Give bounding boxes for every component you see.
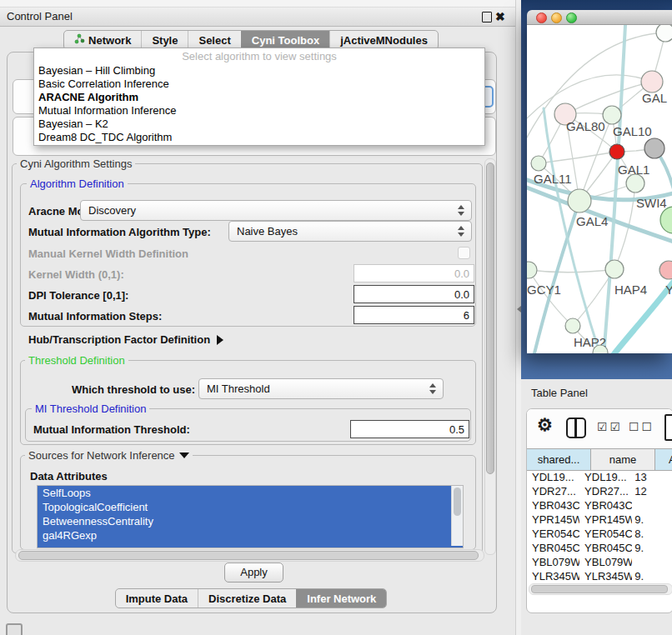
- table-cell: 9.: [632, 541, 672, 555]
- table-header-row: shared...nameA: [527, 448, 672, 471]
- table-row[interactable]: YBR045CYBR045C9.: [527, 541, 672, 555]
- sources-title: Sources for Network Inference: [28, 449, 175, 462]
- tab-label: jActiveMNodules: [340, 34, 428, 47]
- control-panel-title: Control Panel: [7, 10, 73, 22]
- minimized-panel-icon[interactable]: [6, 623, 23, 635]
- algorithm-option-bayesian-k2[interactable]: Bayesian – K2: [34, 118, 484, 131]
- table-row[interactable]: YDR27...YDR27...12: [527, 484, 672, 498]
- mi-threshold-field[interactable]: [350, 420, 469, 438]
- dpi-tolerance-field[interactable]: [354, 285, 474, 303]
- algorithm-option-basic-correlation-inference[interactable]: Basic Correlation Inference: [34, 78, 484, 91]
- gear-icon[interactable]: ⚙: [537, 415, 553, 435]
- table-row[interactable]: YBR043CYBR043C: [527, 498, 672, 512]
- table-body: YDL19...YDL19...13YDR27...YDR27...12YBR0…: [527, 470, 672, 582]
- table-cell: YBL079W: [579, 555, 632, 569]
- attribute-item-topologicalcoefficient[interactable]: TopologicalCoefficient: [38, 500, 463, 514]
- network-node-gal1: [626, 174, 644, 192]
- network-node: [656, 25, 672, 42]
- combobox-arrows-icon: [426, 383, 443, 394]
- mi-steps-field[interactable]: [354, 306, 474, 324]
- tab-cyni-toolbox[interactable]: Cyni Toolbox: [241, 31, 329, 49]
- collapse-down-icon: [179, 452, 189, 458]
- table-cell: YLR345W: [579, 569, 632, 582]
- algorithm-option-bayesian-hill-climbing[interactable]: Bayesian – Hill Climbing: [34, 64, 484, 78]
- network-window-titlebar: [527, 10, 672, 25]
- network-node-swi4: [660, 207, 672, 233]
- export-table-icon[interactable]: [664, 414, 672, 441]
- zoom-window-icon[interactable]: [566, 12, 577, 23]
- tab-select[interactable]: Select: [188, 31, 240, 49]
- hub-definition-label: Hub/Transcription Factor Definition: [28, 333, 210, 346]
- algorithm-option-aracne-algorithm[interactable]: ARACNE Algorithm: [34, 91, 484, 104]
- aracne-mode-combobox[interactable]: Discovery: [80, 200, 472, 221]
- deselect-all-checkboxes-icon[interactable]: ☐☐: [629, 420, 654, 433]
- scrollbar-thumb[interactable]: [531, 585, 668, 593]
- table-row[interactable]: YLR345WYLR345W9.: [527, 569, 672, 582]
- mi-type-combobox[interactable]: Naive Bayes: [228, 221, 472, 242]
- table-cell: YDL19...: [527, 470, 579, 484]
- attribute-item-selfloops[interactable]: SelfLoops: [38, 486, 463, 500]
- screen: Control Panel ✖ NetworkStyleSelectCyni T…: [0, 0, 672, 635]
- attribute-item-betweennesscentrality[interactable]: BetweennessCentrality: [38, 514, 463, 528]
- column-header-shared[interactable]: shared...: [527, 449, 591, 470]
- attribute-item-gal4rgexp[interactable]: gal4RGexp: [38, 528, 463, 542]
- tab-network[interactable]: Network: [64, 31, 141, 49]
- network-node-label: GAL80: [566, 119, 605, 133]
- table-cell: YPR145W: [527, 512, 579, 527]
- tab-label: Style: [152, 34, 178, 47]
- column-view-icon[interactable]: [566, 418, 586, 438]
- algorithm-option-dream8-dc-tdc-algorithm[interactable]: Dream8 DC_TDC Algorithm: [34, 131, 484, 144]
- column-header-a[interactable]: A: [655, 449, 672, 470]
- network-node-label: GAL4: [576, 214, 608, 228]
- mi-type-value: Naive Bayes: [229, 225, 454, 238]
- table-cell: YBL079W: [527, 555, 579, 569]
- network-node-label: Y: [665, 282, 672, 297]
- settings-horizontal-scrollbar[interactable]: [15, 549, 484, 562]
- tab-jactivemnodules[interactable]: jActiveMNodules: [329, 31, 438, 49]
- minimize-window-icon[interactable]: [551, 12, 562, 23]
- table-cell: YBR043C: [527, 498, 579, 512]
- apply-button[interactable]: Apply: [224, 562, 283, 582]
- table-cell: YDR27...: [579, 484, 632, 498]
- sources-title-toggle[interactable]: Sources for Network Inference: [25, 449, 193, 462]
- network-node-gal4: [568, 189, 591, 212]
- tab-infer-network[interactable]: Infer Network: [296, 589, 386, 608]
- tab-impute-data[interactable]: Impute Data: [116, 589, 198, 608]
- attributes-list-scrollbar[interactable]: [451, 486, 463, 546]
- settings-vertical-scrollbar[interactable]: [484, 158, 496, 555]
- which-threshold-combobox[interactable]: MI Threshold: [198, 378, 444, 399]
- table-cell: YER054C: [579, 527, 632, 541]
- scrollbar-thumb[interactable]: [486, 162, 494, 474]
- table-row[interactable]: YPR145WYPR145W9.: [527, 512, 672, 527]
- kernel-width-field[interactable]: [354, 264, 474, 282]
- combobox-arrows-icon: [454, 226, 471, 237]
- table-cell: YDL19...: [579, 470, 632, 484]
- network-node-gal11: [531, 156, 546, 171]
- close-panel-icon[interactable]: ✖: [495, 9, 505, 24]
- select-all-checkboxes-icon[interactable]: ☑☑: [597, 420, 623, 433]
- scrollbar-thumb[interactable]: [454, 488, 461, 516]
- hub-definition-toggle[interactable]: Hub/Transcription Factor Definition: [28, 332, 223, 347]
- table-horizontal-scrollbar[interactable]: [529, 583, 672, 595]
- table-row[interactable]: YER054CYER054C8.: [527, 527, 672, 541]
- network-node-label: SWI4: [636, 196, 667, 210]
- table-cell: 9.: [632, 569, 672, 582]
- scrollbar-thumb[interactable]: [18, 551, 479, 560]
- tab-discretize-data[interactable]: Discretize Data: [198, 589, 296, 608]
- network-canvas[interactable]: GALGAL80GAL10GAL1GAL11GAL4SWI4GCY1HAP4YH…: [527, 25, 672, 353]
- network-node: [644, 138, 664, 158]
- table-row[interactable]: YBL079WYBL079W: [527, 555, 672, 569]
- table-row[interactable]: YDL19...YDL19...13: [527, 470, 672, 484]
- close-window-icon[interactable]: [536, 12, 547, 23]
- network-icon: [74, 33, 85, 47]
- float-panel-icon[interactable]: [482, 12, 492, 22]
- manual-kernel-checkbox[interactable]: [458, 247, 470, 259]
- algorithm-option-mutual-information-inference[interactable]: Mutual Information Inference: [34, 104, 484, 118]
- network-node-label: GAL11: [534, 172, 572, 186]
- table-panel-window: ⚙ ☑☑ ☐☐ shared...nameA YDL19...YDL19...1…: [526, 408, 672, 613]
- column-header-name[interactable]: name: [591, 449, 655, 470]
- table-cell: YBR045C: [579, 541, 632, 555]
- tab-style[interactable]: Style: [141, 31, 188, 49]
- table-cell: YBR043C: [579, 498, 632, 512]
- table-cell: 8.: [632, 527, 672, 541]
